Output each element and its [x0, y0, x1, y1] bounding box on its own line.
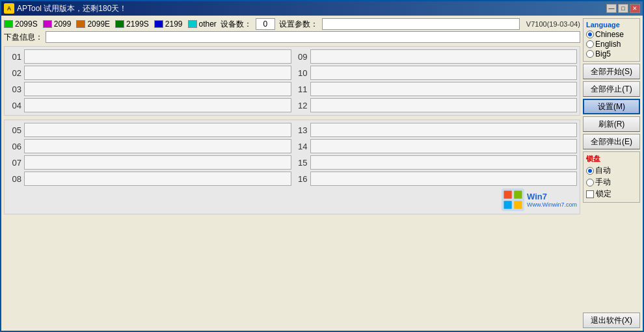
device-count-input[interactable] — [256, 18, 275, 30]
slot-input-06[interactable] — [24, 139, 291, 153]
settings-button[interactable]: 设置(M) — [583, 99, 640, 114]
legend-item-2199S: 2199S — [115, 19, 149, 29]
exit-button[interactable]: 退出软件(X) — [583, 313, 640, 328]
slot-row: 03 — [7, 82, 291, 96]
start-all-button[interactable]: 全部开始(S) — [583, 64, 640, 79]
legend-color-2099S — [4, 20, 13, 28]
slot-num-12: 12 — [293, 101, 308, 110]
right-sidebar: Language ChineseEnglishBig5 全部开始(S) 全部停止… — [583, 18, 640, 328]
settings-param-input[interactable] — [322, 18, 520, 30]
radio-big5[interactable] — [586, 50, 594, 58]
slot-input-07[interactable] — [24, 155, 291, 170]
window-controls: — □ ✕ — [606, 4, 640, 13]
slot-input-14[interactable] — [310, 139, 578, 153]
slot-num-06: 06 — [7, 142, 21, 151]
lock-checkbox[interactable] — [586, 190, 594, 198]
legend-item-other: other — [188, 19, 217, 29]
slot-input-09[interactable] — [310, 49, 578, 64]
slot-num-07: 07 — [7, 158, 21, 168]
device-count-label: 设备数： — [221, 19, 252, 30]
body-layout: 2099S20992099E2199S2199other 设备数： 设置参数： … — [4, 18, 640, 328]
slot-row: 14 — [293, 139, 578, 153]
slot-input-02[interactable] — [24, 66, 291, 80]
legend-color-2199S — [115, 20, 124, 28]
slot-num-05: 05 — [7, 125, 21, 135]
left-panel: 2099S20992099E2199S2199other 设备数： 设置参数： … — [4, 18, 580, 328]
legend-color-2099 — [43, 20, 52, 28]
svg-rect-2 — [514, 191, 522, 199]
info-row: 下盘信息： — [4, 31, 580, 43]
lock-option-auto[interactable]: 自动 — [586, 165, 637, 176]
lock-checkbox-row: 锁定 — [586, 188, 637, 199]
info-input[interactable] — [46, 31, 580, 43]
stop-all-button[interactable]: 全部停止(T) — [583, 81, 640, 97]
slot-input-16[interactable] — [310, 172, 578, 186]
winwin-logo-icon — [502, 188, 524, 211]
slot-num-03: 03 — [7, 84, 21, 94]
slot-row: 08 — [7, 172, 291, 186]
maximize-button[interactable]: □ — [618, 4, 628, 13]
slot-input-11[interactable] — [310, 82, 578, 96]
legend-item-2199: 2199 — [154, 19, 183, 29]
slot-num-14: 14 — [293, 142, 308, 151]
slot-row: 04 — [7, 98, 291, 112]
legend-row: 2099S20992099E2199S2199other 设备数： 设置参数： … — [4, 18, 580, 30]
main-content: 2099S20992099E2199S2199other 设备数： 设置参数： … — [1, 16, 643, 331]
legend-color-2099E — [76, 20, 85, 28]
radio-english[interactable] — [586, 40, 594, 48]
language-option-chinese[interactable]: Chinese — [586, 30, 637, 39]
legend-label-2099S: 2099S — [15, 19, 38, 29]
close-button[interactable]: ✕ — [630, 4, 640, 13]
language-label-english: English — [595, 40, 621, 49]
window-title: APTool 试用版本，还剩180天！ — [17, 3, 606, 14]
lock-checkbox-label: 锁定 — [596, 188, 611, 199]
slot-row: 01 — [7, 49, 291, 64]
lock-label-manual: 手动 — [595, 177, 611, 188]
legend-color-2199 — [154, 20, 163, 28]
slot-row: 13 — [293, 123, 578, 137]
slot-input-12[interactable] — [310, 98, 578, 112]
slot-input-15[interactable] — [310, 155, 578, 170]
svg-rect-3 — [503, 201, 511, 209]
slot-row: 07 — [7, 155, 291, 170]
language-title: Language — [586, 21, 637, 29]
title-bar: A APTool 试用版本，还剩180天！ — □ ✕ — [1, 1, 643, 16]
slot-input-08[interactable] — [24, 172, 291, 186]
slot-row: 06 — [7, 139, 291, 153]
slot-input-13[interactable] — [310, 123, 578, 137]
slot-input-04[interactable] — [24, 98, 291, 112]
slot-row: 12 — [293, 98, 578, 112]
language-option-english[interactable]: English — [586, 40, 637, 49]
slot-row: 11 — [293, 82, 578, 96]
slots-group-1: 0109021003110412 — [4, 46, 580, 116]
slot-num-15: 15 — [293, 158, 308, 168]
legend-label-2099E: 2099E — [87, 19, 110, 29]
info-label: 下盘信息： — [4, 32, 43, 43]
lock-radio-manual[interactable] — [586, 179, 594, 186]
slot-num-01: 01 — [7, 52, 21, 62]
slot-num-09: 09 — [293, 52, 308, 62]
slot-input-01[interactable] — [24, 49, 291, 64]
lock-option-manual[interactable]: 手动 — [586, 177, 637, 188]
lock-title: 锁盘 — [586, 154, 637, 164]
slot-row: 05 — [7, 123, 291, 137]
radio-chinese[interactable] — [586, 31, 594, 38]
legend-label-2199S: 2199S — [126, 19, 149, 29]
eject-all-button[interactable]: 全部弹出(E) — [583, 134, 640, 149]
legend-item-2099E: 2099E — [76, 19, 110, 29]
app-icon: A — [4, 3, 14, 14]
top-section: 2099S20992099E2199S2199other 设备数： 设置参数： … — [4, 18, 580, 43]
settings-param-label: 设置参数： — [279, 19, 318, 30]
slot-input-10[interactable] — [310, 66, 578, 80]
lock-radio-auto[interactable] — [586, 167, 594, 175]
language-label-chinese: Chinese — [595, 30, 624, 39]
main-window: A APTool 试用版本，还剩180天！ — □ ✕ 2099S2099209… — [0, 0, 644, 332]
refresh-button[interactable]: 刷新(R) — [583, 116, 640, 132]
slot-num-10: 10 — [293, 68, 308, 78]
language-option-big5[interactable]: Big5 — [586, 49, 637, 58]
slot-num-02: 02 — [7, 68, 21, 78]
slot-row: 16 — [293, 172, 578, 186]
slot-input-05[interactable] — [24, 123, 291, 137]
minimize-button[interactable]: — — [606, 4, 617, 13]
slot-input-03[interactable] — [24, 82, 291, 96]
